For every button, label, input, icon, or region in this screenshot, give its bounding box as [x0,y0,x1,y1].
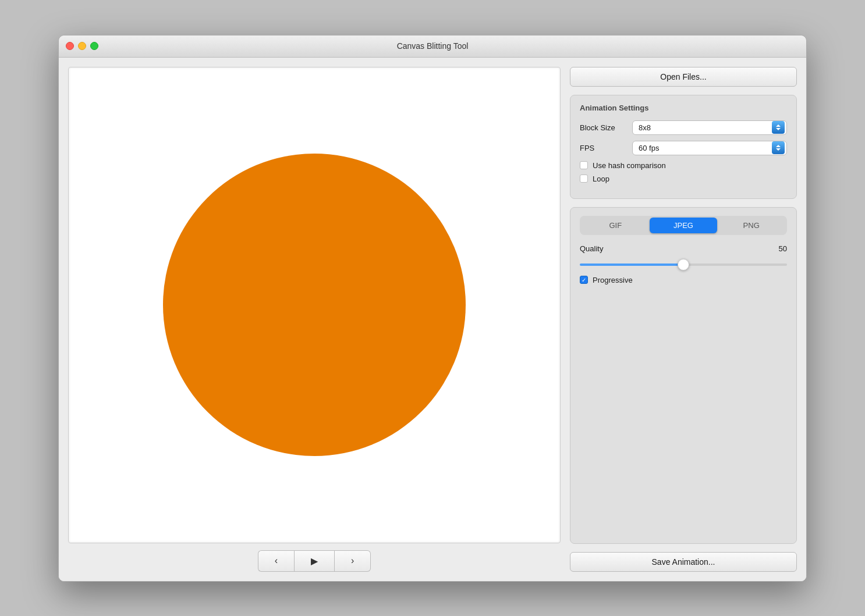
right-panel: Open Files... Animation Settings Block S… [570,67,797,572]
progressive-checkbox[interactable] [580,276,588,284]
bottom-button-area: Save Animation... [570,552,797,572]
quality-row: Quality 50 [580,244,787,253]
block-size-label: Block Size [580,123,632,132]
canvas-display [68,67,561,543]
main-content: ‹ ▶ › Open Files... Animation Settings B… [59,58,806,581]
block-size-row: Block Size 4x4 8x8 16x16 32x32 [580,120,787,135]
close-button[interactable] [66,42,74,50]
maximize-button[interactable] [90,42,98,50]
export-panel: GIF JPEG PNG Quality 50 Progressive [570,207,797,544]
quality-value: 50 [779,244,787,253]
fps-select-wrapper: 24 fps 30 fps 60 fps [632,141,787,155]
next-button[interactable]: › [335,550,371,572]
animation-settings-title: Animation Settings [580,104,787,112]
use-hash-comparison-row: Use hash comparison [580,161,787,170]
canvas-controls: ‹ ▶ › [68,550,561,572]
canvas-area: ‹ ▶ › [68,67,561,572]
save-animation-button[interactable]: Save Animation... [570,552,797,572]
tab-png[interactable]: PNG [717,218,785,233]
play-button[interactable]: ▶ [294,550,335,572]
quality-slider[interactable] [580,264,787,266]
use-hash-comparison-label[interactable]: Use hash comparison [593,161,666,170]
main-window: Canvas Blitting Tool ‹ ▶ › Open Files...… [58,35,807,582]
minimize-button[interactable] [78,42,86,50]
window-title: Canvas Blitting Tool [397,41,469,51]
block-size-select[interactable]: 4x4 8x8 16x16 32x32 [632,120,787,135]
traffic-lights [66,42,98,50]
tab-gif[interactable]: GIF [582,218,650,233]
loop-checkbox[interactable] [580,175,588,183]
fps-row: FPS 24 fps 30 fps 60 fps [580,141,787,155]
title-bar: Canvas Blitting Tool [59,35,806,58]
fps-label: FPS [580,144,632,152]
quality-slider-container [580,259,787,268]
use-hash-comparison-checkbox[interactable] [580,161,588,169]
open-files-button[interactable]: Open Files... [570,67,797,87]
animation-settings-panel: Animation Settings Block Size 4x4 8x8 16… [570,95,797,199]
progressive-label[interactable]: Progressive [593,276,633,284]
fps-select[interactable]: 24 fps 30 fps 60 fps [632,141,787,155]
canvas-circle [163,154,466,456]
prev-button[interactable]: ‹ [258,550,294,572]
loop-label[interactable]: Loop [593,175,609,183]
progressive-row: Progressive [580,276,787,284]
quality-label: Quality [580,244,603,253]
loop-row: Loop [580,175,787,183]
block-size-select-wrapper: 4x4 8x8 16x16 32x32 [632,120,787,135]
tab-jpeg[interactable]: JPEG [650,218,718,233]
format-tabs: GIF JPEG PNG [580,216,787,235]
